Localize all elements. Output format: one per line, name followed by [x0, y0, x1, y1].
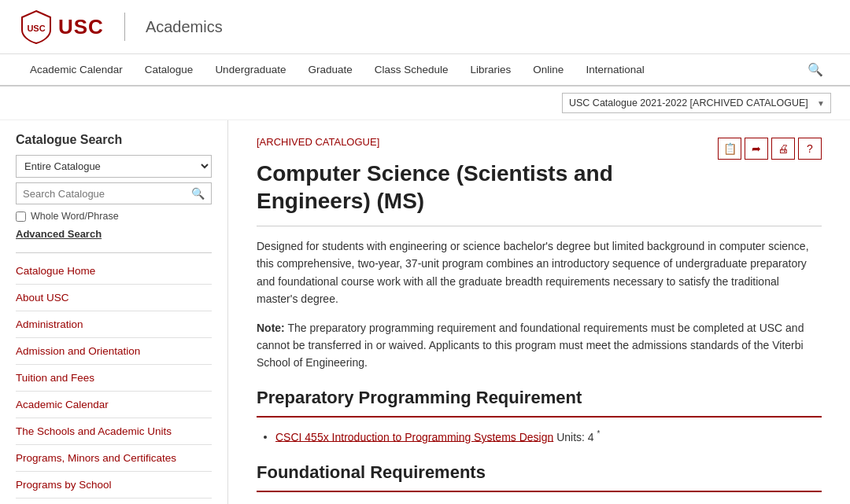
page-title-line1: Computer Science (Scientists and: [257, 161, 613, 186]
course-units: Units: 4: [556, 430, 593, 443]
note-text: Note: The preparatory programming requir…: [257, 319, 822, 372]
svg-text:USC: USC: [27, 24, 45, 33]
csci-course-link[interactable]: CSCI 455x Introduction to Programming Sy…: [275, 430, 553, 443]
sidebar: Catalogue Search Entire Catalogue Comput…: [0, 120, 228, 504]
top-header: USC USC Academics: [0, 0, 850, 54]
nav-undergraduate[interactable]: Undergraduate: [204, 54, 297, 85]
sidebar-item-programs-by-school[interactable]: Programs by School: [16, 472, 212, 498]
catalogue-select-wrapper: USC Catalogue 2021-2022 [ARCHIVED CATALO…: [562, 93, 831, 113]
sidebar-item-programs-minors[interactable]: Programs, Minors and Certificates: [16, 445, 212, 472]
sidebar-item-admission[interactable]: Admission and Orientation: [16, 338, 212, 365]
page-title-line2: Engineers) (MS): [257, 189, 424, 213]
page-title: Computer Science (Scientists and Enginee…: [257, 160, 822, 215]
search-scope-select[interactable]: Entire Catalogue Computer Science Engine…: [16, 155, 212, 178]
action-icons: 📋 ➦ 🖨 ?: [718, 138, 822, 160]
note-body: The preparatory programming requirement …: [257, 322, 804, 370]
copy-icon-button[interactable]: 📋: [718, 138, 741, 160]
catalogue-bar: USC Catalogue 2021-2022 [ARCHIVED CATALO…: [0, 86, 850, 120]
logo-divider: [124, 13, 125, 41]
logo-area: USC USC Academics: [19, 9, 223, 44]
note-label: Note:: [257, 322, 285, 334]
search-input-row: 🔍: [16, 182, 212, 204]
nav-online[interactable]: Online: [522, 54, 575, 85]
sidebar-item-courses[interactable]: Courses of Instruction: [16, 498, 212, 504]
section1-list: CSCI 455x Introduction to Programming Sy…: [257, 427, 822, 447]
description-text: Designed for students with engineering o…: [257, 237, 822, 308]
main-layout: Catalogue Search Entire Catalogue Comput…: [0, 120, 850, 504]
section1-divider: [257, 416, 822, 418]
course-superscript: *: [597, 429, 601, 438]
nav-search-icon[interactable]: 🔍: [800, 54, 831, 85]
share-icon-button[interactable]: ➦: [745, 138, 768, 160]
search-button[interactable]: 🔍: [185, 183, 211, 204]
share-icon: ➦: [752, 142, 761, 155]
content-divider: [257, 226, 822, 226]
nav-libraries[interactable]: Libraries: [460, 54, 523, 85]
nav-class-schedule[interactable]: Class Schedule: [364, 54, 460, 85]
usc-shield-icon: USC: [19, 9, 54, 44]
sidebar-item-administration[interactable]: Administration: [16, 311, 212, 338]
content-top-row: [ARCHIVED CATALOGUE] 📋 ➦ 🖨 ?: [257, 136, 822, 160]
nav-academic-calendar[interactable]: Academic Calendar: [19, 54, 134, 85]
nav-catalogue[interactable]: Catalogue: [134, 54, 205, 85]
main-nav: Academic Calendar Catalogue Undergraduat…: [0, 54, 850, 86]
content-area: [ARCHIVED CATALOGUE] 📋 ➦ 🖨 ? Computer Sc…: [228, 120, 850, 504]
whole-word-label: Whole Word/Phrase: [31, 211, 119, 222]
whole-word-row: Whole Word/Phrase: [16, 211, 212, 222]
nav-graduate[interactable]: Graduate: [297, 54, 363, 85]
archived-badge-area: [ARCHIVED CATALOGUE]: [257, 136, 379, 156]
section1-heading: Preparatory Programming Requirement: [257, 388, 822, 408]
archived-badge: [ARCHIVED CATALOGUE]: [257, 136, 379, 148]
section2-heading: Foundational Requirements: [257, 462, 822, 483]
usc-logo-text: USC: [58, 15, 104, 39]
copy-icon: 📋: [723, 142, 737, 155]
whole-word-checkbox[interactable]: [16, 212, 26, 222]
sidebar-item-academic-calendar[interactable]: Academic Calendar: [16, 392, 212, 418]
sidebar-item-about-usc[interactable]: About USC: [16, 285, 212, 311]
nav-international[interactable]: International: [575, 54, 655, 85]
sidebar-item-schools[interactable]: The Schools and Academic Units: [16, 418, 212, 445]
section2-divider: [257, 491, 822, 492]
section-label: Academics: [146, 18, 223, 36]
usc-logo: USC USC: [19, 9, 104, 44]
sidebar-item-catalogue-home[interactable]: Catalogue Home: [16, 258, 212, 285]
catalogue-select[interactable]: USC Catalogue 2021-2022 [ARCHIVED CATALO…: [562, 93, 831, 113]
sidebar-divider: [16, 252, 212, 253]
help-icon: ?: [807, 142, 813, 155]
sidebar-item-tuition[interactable]: Tuition and Fees: [16, 365, 212, 392]
list-item: CSCI 455x Introduction to Programming Sy…: [275, 427, 822, 447]
sidebar-title: Catalogue Search: [16, 133, 212, 147]
advanced-search-link[interactable]: Advanced Search: [16, 228, 212, 240]
search-input[interactable]: [17, 184, 185, 204]
print-icon-button[interactable]: 🖨: [771, 138, 795, 160]
help-icon-button[interactable]: ?: [798, 138, 822, 160]
print-icon: 🖨: [778, 142, 789, 155]
